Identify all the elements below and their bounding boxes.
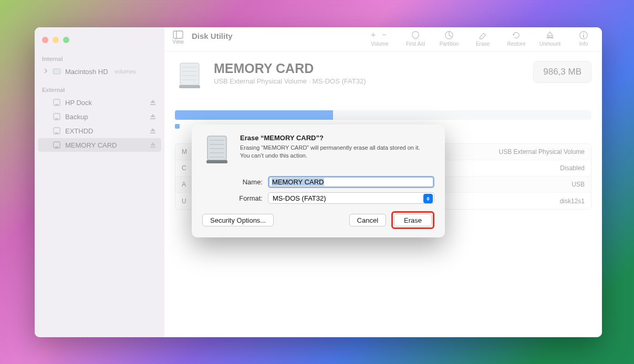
toolbar-erase-button[interactable]: Erase xyxy=(470,29,496,47)
sidebar-section-internal: Internal xyxy=(35,53,164,64)
toolbar-partition-button[interactable]: Partition xyxy=(436,29,462,47)
select-arrows-icon xyxy=(423,194,433,203)
sidebar-item-label: Backup xyxy=(65,113,88,121)
sidebar-item-label: EXTHDD xyxy=(65,127,93,135)
name-label: Name: xyxy=(202,178,263,186)
sidebar-item-memory-card[interactable]: MEMORY CARD xyxy=(38,138,161,152)
app-title: Disk Utility xyxy=(192,29,233,40)
volume-header: MEMORY CARD USB External Physical Volume… xyxy=(175,61,591,90)
external-disk-icon xyxy=(53,98,61,107)
toolbar-volume-button[interactable]: + − Volume xyxy=(365,29,395,47)
volume-title: MEMORY CARD xyxy=(214,61,366,76)
svg-rect-9 xyxy=(173,31,183,38)
svg-rect-27 xyxy=(206,160,227,163)
eject-icon[interactable] xyxy=(150,113,156,120)
drive-icon xyxy=(175,61,204,90)
toolbar: View Disk Utility + − Volume First Aid P… xyxy=(164,27,602,51)
window-controls xyxy=(35,34,164,53)
format-select[interactable]: MS-DOS (FAT32) xyxy=(268,192,434,204)
usage-bar xyxy=(175,110,591,120)
format-label: Format: xyxy=(202,194,263,202)
name-input-value: MEMORY CARD xyxy=(272,178,324,186)
internal-disk-icon xyxy=(53,67,61,76)
security-options-button[interactable]: Security Options... xyxy=(202,214,274,226)
minimize-window-button[interactable] xyxy=(53,37,59,43)
toolbar-restore-button[interactable]: Restore xyxy=(503,29,529,47)
erase-dialog: Erase “MEMORY CARD”? Erasing “MEMORY CAR… xyxy=(192,124,445,237)
sidebar-item-suffix: volumes xyxy=(115,68,136,75)
external-disk-icon xyxy=(53,112,61,121)
restore-icon xyxy=(512,30,521,40)
svg-rect-2 xyxy=(55,104,58,105)
plus-minus-icon: + − xyxy=(371,30,389,40)
info-icon xyxy=(579,30,588,40)
sidebar-item-exthdd[interactable]: EXTHDD xyxy=(38,124,161,138)
sidebar-toggle-icon xyxy=(173,30,183,39)
sidebar: Internal Macintosh HD volumes External H… xyxy=(35,27,164,337)
svg-rect-20 xyxy=(179,85,200,88)
first-aid-icon xyxy=(411,30,420,40)
partition-icon xyxy=(444,30,454,40)
sidebar-item-backup[interactable]: Backup xyxy=(38,110,161,123)
toolbar-info-button[interactable]: Info xyxy=(570,29,597,47)
format-select-value: MS-DOS (FAT32) xyxy=(273,194,326,202)
name-input[interactable]: MEMORY CARD xyxy=(268,176,434,188)
zoom-window-button[interactable] xyxy=(63,37,69,43)
external-disk-icon xyxy=(53,127,61,135)
sidebar-item-macintosh-hd[interactable]: Macintosh HD volumes xyxy=(38,65,161,78)
svg-rect-15 xyxy=(180,63,199,85)
erase-button-highlight: Erase xyxy=(391,211,434,229)
erase-button[interactable]: Erase xyxy=(394,214,432,226)
cancel-button[interactable]: Cancel xyxy=(349,214,386,226)
usage-bar-fill xyxy=(175,110,333,120)
chevron-right-icon xyxy=(43,68,48,74)
toolbar-unmount-button[interactable]: Unmount xyxy=(537,29,563,47)
dialog-description: Erasing “MEMORY CARD” will permanently e… xyxy=(240,144,429,160)
sidebar-item-label: MEMORY CARD xyxy=(65,141,117,149)
eject-icon[interactable] xyxy=(150,128,156,134)
svg-rect-6 xyxy=(55,132,58,133)
dialog-title: Erase “MEMORY CARD”? xyxy=(240,134,429,142)
sidebar-item-hp-dock[interactable]: HP Dock xyxy=(38,96,161,109)
drive-icon xyxy=(202,134,232,165)
svg-point-13 xyxy=(583,33,584,34)
toolbar-first-aid-button[interactable]: First Aid xyxy=(402,29,429,47)
eject-icon[interactable] xyxy=(150,142,156,148)
svg-rect-21 xyxy=(207,136,226,160)
sidebar-item-label: HP Dock xyxy=(65,99,92,107)
svg-rect-8 xyxy=(55,147,58,148)
toolbar-view-button[interactable]: View xyxy=(168,29,189,45)
erase-icon xyxy=(478,30,487,40)
svg-rect-4 xyxy=(55,118,58,119)
volume-subtitle: USB External Physical Volume · MS-DOS (F… xyxy=(214,77,366,85)
close-window-button[interactable] xyxy=(42,37,48,43)
volume-size: 986,3 MB xyxy=(533,61,591,83)
svg-rect-14 xyxy=(583,35,584,37)
unmount-icon xyxy=(545,30,555,40)
sidebar-section-external: External xyxy=(35,84,164,95)
svg-rect-0 xyxy=(53,69,60,74)
legend-swatch xyxy=(175,124,180,129)
eject-icon[interactable] xyxy=(150,99,156,106)
external-disk-icon xyxy=(53,141,61,149)
sidebar-item-label: Macintosh HD xyxy=(65,68,108,76)
